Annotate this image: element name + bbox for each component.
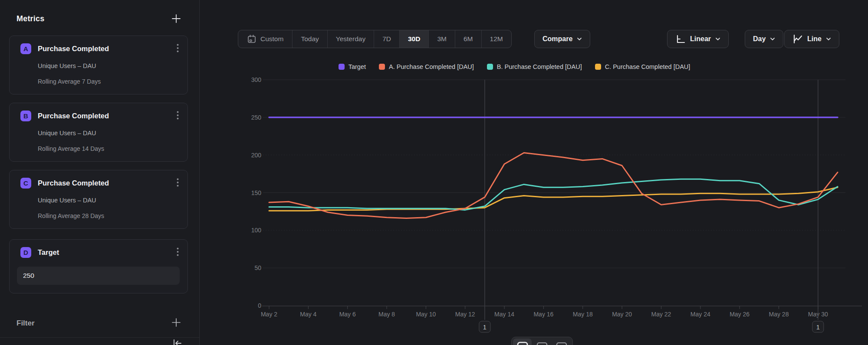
- metric-transform: Rolling Average 28 Days: [38, 212, 104, 219]
- range-label: 12M: [490, 35, 503, 43]
- compare-label: Compare: [542, 35, 572, 43]
- svg-text:May 8: May 8: [378, 311, 395, 318]
- range-30d[interactable]: 30D: [399, 30, 428, 48]
- range-label: Today: [301, 35, 319, 43]
- svg-text:May 6: May 6: [339, 311, 356, 318]
- target-value-input[interactable]: [17, 267, 180, 285]
- plus-icon: [171, 13, 182, 24]
- svg-text:May 2: May 2: [261, 311, 277, 318]
- calendar-icon: [247, 34, 256, 44]
- legend-item-a[interactable]: A. Purchase Completed [DAU]: [379, 63, 474, 70]
- chart-legend: Target A. Purchase Completed [DAU] B. Pu…: [234, 63, 794, 70]
- legend-swatch-c: [595, 64, 601, 70]
- range-12m[interactable]: 12M: [481, 30, 511, 48]
- metric-menu-button[interactable]: [173, 42, 182, 54]
- range-label: Yesterday: [336, 35, 365, 43]
- metric-badge-a: A: [20, 43, 31, 54]
- line-chart-icon: [792, 34, 803, 44]
- add-metric-button[interactable]: [171, 13, 182, 24]
- svg-text:1: 1: [483, 324, 487, 331]
- view-toggle-chart[interactable]: [513, 338, 532, 345]
- chevron-down-icon: [770, 37, 775, 41]
- metrics-dashboard: Metrics A Purchase Completed Unique User…: [0, 0, 868, 345]
- legend-item-b[interactable]: B. Purchase Completed [DAU]: [487, 63, 582, 70]
- svg-text:1: 1: [816, 324, 820, 331]
- metrics-line-chart[interactable]: 050100150200250300May 2May 4May 6May 8Ma…: [234, 74, 868, 345]
- chart-view-icon: [516, 342, 529, 345]
- range-yesterday[interactable]: Yesterday: [327, 30, 374, 48]
- metric-measure: Unique Users – DAU: [38, 62, 96, 69]
- metric-measure: Unique Users – DAU: [38, 130, 96, 137]
- collapse-sidebar-button[interactable]: [172, 338, 183, 345]
- sidebar-title: Metrics: [16, 14, 44, 23]
- metrics-sidebar: Metrics A Purchase Completed Unique User…: [0, 0, 200, 345]
- legend-swatch-target: [339, 64, 345, 70]
- metric-title: Purchase Completed: [38, 45, 109, 53]
- svg-text:May 28: May 28: [769, 311, 789, 318]
- granularity-dropdown[interactable]: Day: [745, 30, 783, 48]
- metric-title: Purchase Completed: [38, 179, 109, 187]
- range-label: 3M: [437, 35, 447, 43]
- scale-dropdown[interactable]: Linear: [667, 30, 729, 48]
- range-today[interactable]: Today: [292, 30, 327, 48]
- svg-text:May 18: May 18: [573, 311, 593, 318]
- svg-text:May 12: May 12: [455, 311, 475, 318]
- legend-item-c[interactable]: C. Purchase Completed [DAU]: [595, 63, 690, 70]
- scale-label: Linear: [690, 35, 711, 43]
- range-6m[interactable]: 6M: [455, 30, 481, 48]
- svg-text:May 24: May 24: [690, 311, 710, 318]
- legend-item-target[interactable]: Target: [339, 63, 366, 70]
- svg-text:May 22: May 22: [651, 311, 671, 318]
- metric-badge-d: D: [20, 247, 31, 258]
- filter-section-title: Filter: [16, 319, 35, 328]
- metric-card-c[interactable]: C Purchase Completed Unique Users – DAU …: [9, 170, 188, 229]
- svg-text:May 20: May 20: [612, 311, 632, 318]
- legend-label: Target: [349, 63, 366, 70]
- date-range-picker: Custom Today Yesterday 7D 30D 3M 6M 12M: [238, 30, 512, 48]
- compare-dropdown[interactable]: Compare: [534, 30, 590, 48]
- sidebar-footer-divider: [0, 337, 199, 338]
- add-filter-button[interactable]: [171, 317, 182, 328]
- metric-menu-button[interactable]: [173, 109, 182, 121]
- range-7d[interactable]: 7D: [374, 30, 399, 48]
- range-3m[interactable]: 3M: [428, 30, 455, 48]
- svg-text:May 16: May 16: [533, 311, 553, 318]
- svg-text:100: 100: [251, 227, 262, 234]
- chevron-down-icon: [577, 37, 582, 41]
- legend-swatch-b: [487, 64, 493, 70]
- legend-label: A. Purchase Completed [DAU]: [389, 63, 474, 70]
- kebab-icon: [177, 178, 179, 187]
- metric-card-a[interactable]: A Purchase Completed Unique Users – DAU …: [9, 36, 188, 94]
- target-menu-button[interactable]: [173, 246, 182, 258]
- legend-swatch-a: [379, 64, 385, 70]
- target-card[interactable]: D Target: [9, 239, 188, 293]
- granularity-label: Day: [753, 35, 766, 43]
- svg-text:May 26: May 26: [730, 311, 750, 318]
- metric-menu-button[interactable]: [173, 176, 182, 189]
- range-label: 6M: [464, 35, 473, 43]
- metric-card-b[interactable]: B Purchase Completed Unique Users – DAU …: [9, 103, 188, 162]
- svg-text:250: 250: [251, 114, 262, 121]
- svg-text:150: 150: [251, 189, 262, 196]
- svg-text:May 4: May 4: [300, 311, 316, 318]
- kebab-icon: [177, 44, 179, 52]
- legend-label: C. Purchase Completed [DAU]: [605, 63, 690, 70]
- plus-icon: [171, 317, 182, 328]
- chevron-down-icon: [715, 37, 720, 41]
- chart-view-toggle: [511, 337, 573, 345]
- metric-transform: Rolling Average 7 Days: [38, 78, 101, 85]
- metric-measure: Unique Users – DAU: [38, 197, 96, 204]
- table-view-icon: [536, 342, 548, 345]
- linear-axis-icon: [675, 34, 686, 44]
- view-toggle-breakdown[interactable]: [552, 338, 571, 345]
- range-label: Custom: [260, 35, 283, 43]
- metric-transform: Rolling Average 14 Days: [38, 145, 104, 152]
- view-toggle-table[interactable]: [533, 338, 551, 345]
- metric-title: Purchase Completed: [38, 112, 109, 120]
- chart-type-dropdown[interactable]: Line: [784, 30, 839, 48]
- target-title: Target: [38, 248, 59, 257]
- range-label: 7D: [382, 35, 391, 43]
- svg-text:0: 0: [258, 302, 261, 309]
- collapse-left-icon: [172, 338, 183, 345]
- range-custom[interactable]: Custom: [238, 30, 292, 48]
